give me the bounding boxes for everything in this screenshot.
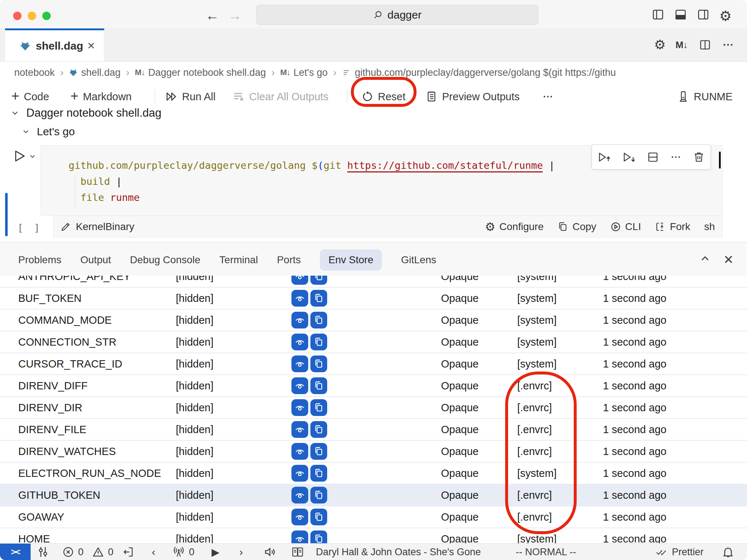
toggle-primary-sidebar-icon[interactable] <box>651 8 665 21</box>
reveal-value-button[interactable] <box>291 276 308 285</box>
copy-value-button[interactable] <box>310 421 327 438</box>
env-row[interactable]: COMMAND_MODE[hidden]Opaque[system]1 seco… <box>0 310 747 331</box>
code-link[interactable]: https://github.com/stateful/runme <box>347 160 543 172</box>
markdown-export-icon[interactable]: M↓ <box>676 28 688 61</box>
breadcrumb-item[interactable]: github.com/purpleclay/daggerverse/golang… <box>342 67 616 78</box>
fork-action[interactable]: Fork <box>655 221 690 233</box>
focus-panel-icon[interactable] <box>122 544 134 560</box>
copy-value-button[interactable] <box>310 465 327 482</box>
reveal-value-button[interactable] <box>291 443 308 460</box>
window-close-button[interactable] <box>13 12 22 20</box>
run-cell-button[interactable] <box>12 149 27 163</box>
reveal-value-button[interactable] <box>291 355 308 372</box>
broadcast-indicator[interactable]: 0 <box>172 544 194 560</box>
copy-value-button[interactable] <box>310 377 327 394</box>
settings-gear-icon[interactable]: ⚙ <box>719 8 732 24</box>
source-control-graph-icon[interactable] <box>36 544 50 560</box>
chevron-down-icon[interactable] <box>22 127 30 136</box>
copy-value-button[interactable] <box>310 443 327 460</box>
copy-value-button[interactable] <box>310 487 327 503</box>
panel-tab-terminal[interactable]: Terminal <box>219 249 258 271</box>
toggle-secondary-sidebar-icon[interactable] <box>697 8 710 21</box>
execute-below-icon[interactable] <box>622 151 636 163</box>
book-icon[interactable] <box>291 544 304 560</box>
warning-indicator[interactable]: 0 <box>92 544 113 560</box>
panel-tab-env-store[interactable]: Env Store <box>320 249 382 271</box>
add-code-cell-button[interactable]: + Code <box>11 84 49 109</box>
notebook-section-row[interactable]: Let's go <box>22 125 75 138</box>
formatter-indicator[interactable]: Prettier <box>655 544 704 560</box>
panel-tab-debug-console[interactable]: Debug Console <box>130 249 200 271</box>
env-row[interactable]: BUF_TOKEN[hidden]Opaque[system]1 second … <box>0 288 747 310</box>
reveal-value-button[interactable] <box>291 334 308 350</box>
env-row[interactable]: DIRENV_WATCHES[hidden]Opaque[.envrc]1 se… <box>0 441 747 463</box>
window-zoom-button[interactable] <box>42 12 51 20</box>
panel-tab-gitlens[interactable]: GitLens <box>401 249 436 271</box>
runme-button[interactable]: RUNME <box>677 84 732 109</box>
tab-shell-dag[interactable]: shell.dag ✕ <box>5 28 104 61</box>
reveal-value-button[interactable] <box>291 399 308 416</box>
panel-maximize-chevron-icon[interactable] <box>699 252 711 265</box>
copy-value-button[interactable] <box>310 530 327 544</box>
env-row[interactable]: ELECTRON_RUN_AS_NODE[hidden]Opaque[syste… <box>0 463 747 485</box>
preview-outputs-button[interactable]: Preview Outputs <box>425 84 520 109</box>
sh-action[interactable]: sh <box>704 221 715 233</box>
panel-tab-output[interactable]: Output <box>80 249 111 271</box>
configure-action[interactable]: ⚙Configure <box>485 221 543 233</box>
run-all-button[interactable]: Run All <box>165 84 216 109</box>
panel-tab-ports[interactable]: Ports <box>277 249 301 271</box>
delete-cell-icon[interactable] <box>693 151 705 163</box>
breadcrumb-item[interactable]: notebook <box>14 67 55 78</box>
remote-indicator[interactable]: >< <box>0 544 31 560</box>
reveal-value-button[interactable] <box>291 377 308 394</box>
breadcrumb-item[interactable]: M↓Let's go <box>280 67 328 78</box>
toggle-panel-icon[interactable] <box>674 8 687 21</box>
breadcrumb-item[interactable]: M↓Dagger notebook shell.dag <box>135 67 266 78</box>
reveal-value-button[interactable] <box>291 312 308 328</box>
split-editor-icon[interactable] <box>699 28 711 61</box>
add-markdown-cell-button[interactable]: + Markdown <box>70 84 132 109</box>
reveal-value-button[interactable] <box>291 509 308 525</box>
reveal-value-button[interactable] <box>291 530 308 544</box>
command-center-search[interactable]: dagger <box>256 5 538 25</box>
window-minimize-button[interactable] <box>28 12 36 20</box>
copy-value-button[interactable] <box>310 312 327 328</box>
reveal-value-button[interactable] <box>291 465 308 482</box>
reveal-value-button[interactable] <box>291 421 308 438</box>
env-row[interactable]: GOAWAY[hidden]Opaque[.envrc]1 second ago <box>0 506 747 528</box>
copy-value-button[interactable] <box>310 355 327 372</box>
notifications-bell-icon[interactable] <box>721 544 735 560</box>
chevron-right-icon[interactable]: › <box>239 544 243 560</box>
chevron-left-icon[interactable]: ‹ <box>152 544 155 560</box>
tab-close-icon[interactable]: ✕ <box>87 40 95 52</box>
copy-value-button[interactable] <box>310 399 327 416</box>
copy-action[interactable]: Copy <box>557 221 596 233</box>
chevron-down-icon[interactable] <box>10 108 20 118</box>
copy-value-button[interactable] <box>310 276 327 285</box>
notebook-settings-gear-icon[interactable]: ⚙ <box>654 28 666 61</box>
history-back-button[interactable]: ← <box>205 7 219 23</box>
panel-close-icon[interactable]: ✕ <box>723 252 734 267</box>
env-row[interactable]: GITHUB_TOKEN[hidden]Opaque[.envrc]1 seco… <box>0 485 747 506</box>
run-cell-options-chevron-icon[interactable] <box>28 152 36 160</box>
env-row[interactable]: CURSOR_TRACE_ID[hidden]Opaque[system]1 s… <box>0 353 747 375</box>
clear-all-outputs-button[interactable]: Clear All Outputs <box>232 84 329 109</box>
env-row[interactable]: ANTHROPIC_API_KEY[hidden]Opaque[system]1… <box>0 276 747 288</box>
copy-value-button[interactable] <box>310 509 327 525</box>
env-row[interactable]: DIRENV_DIFF[hidden]Opaque[.envrc]1 secon… <box>0 375 747 397</box>
error-indicator[interactable]: 0 <box>62 544 84 560</box>
code-line[interactable]: build | <box>69 174 722 190</box>
copy-value-button[interactable] <box>310 334 327 350</box>
toolbar-more-actions[interactable] <box>542 84 554 109</box>
cell-more-actions-icon[interactable] <box>670 151 682 163</box>
play-icon[interactable]: ▶ <box>212 544 220 560</box>
code-line[interactable]: file runme <box>69 190 722 206</box>
env-row[interactable]: DIRENV_DIR[hidden]Opaque[.envrc]1 second… <box>0 397 747 419</box>
env-row[interactable]: CONNECTION_STR[hidden]Opaque[system]1 se… <box>0 331 747 353</box>
reset-button[interactable]: Reset <box>362 84 406 109</box>
execute-above-icon[interactable] <box>597 151 611 163</box>
history-forward-button[interactable]: → <box>228 7 242 23</box>
env-row[interactable]: DIRENV_FILE[hidden]Opaque[.envrc]1 secon… <box>0 419 747 441</box>
notebook-title-row[interactable]: Dagger notebook shell.dag <box>10 106 162 120</box>
split-cell-icon[interactable] <box>647 151 659 163</box>
